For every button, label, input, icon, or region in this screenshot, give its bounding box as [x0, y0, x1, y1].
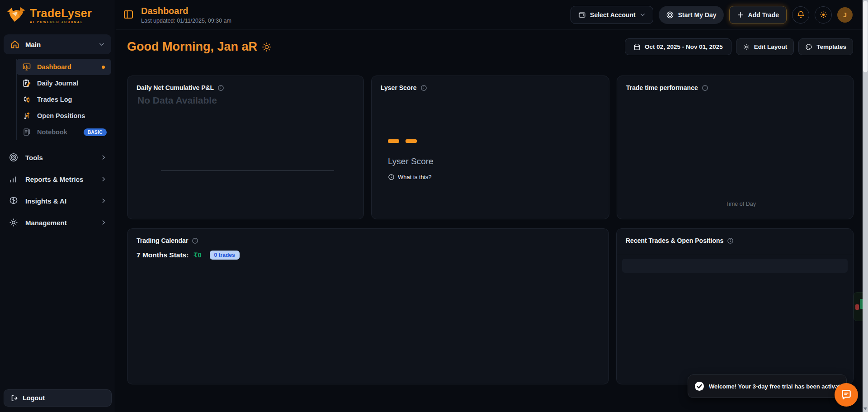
info-icon[interactable]: [702, 85, 708, 91]
sidebar-item-label: Trades Log: [37, 96, 72, 103]
date-range-label: Oct 02, 2025 - Nov 01, 2025: [645, 43, 723, 50]
theme-toggle-button[interactable]: [815, 6, 832, 24]
candles-icon: [22, 95, 32, 104]
trades-count-badge[interactable]: 0 trades: [210, 251, 240, 260]
page-title: Dashboard: [141, 6, 231, 16]
info-icon: [388, 174, 395, 180]
scrollbar-thumb[interactable]: [863, 1, 868, 72]
middle-row: Daily Net Cumulative P&L No Data Availab…: [127, 76, 853, 219]
info-icon[interactable]: [192, 237, 198, 244]
logout-label: Logout: [23, 394, 45, 402]
card-title: Recent Trades & Open Positions: [626, 237, 723, 244]
bell-icon: [797, 10, 805, 19]
dashboard-icon: [22, 62, 32, 72]
add-trade-button[interactable]: Add Trade: [729, 6, 787, 24]
sidebar-item-notebook[interactable]: NotebookBASIC: [16, 124, 111, 140]
info-icon[interactable]: [727, 237, 734, 244]
sidebar-item-label: Notebook: [37, 128, 67, 136]
gear-icon: [8, 217, 19, 228]
no-data-text: No Data Available: [137, 95, 217, 106]
what-is-this-link[interactable]: What is this?: [388, 174, 434, 180]
start-my-day-button[interactable]: Start My Day: [659, 6, 724, 24]
notebook-icon: [22, 127, 32, 137]
sidebar-item-daily-journal[interactable]: Daily Journal: [16, 75, 111, 91]
sidebar-collapse-icon[interactable]: [123, 9, 135, 21]
page-scrollbar[interactable]: [863, 0, 868, 412]
logo-tagline: AI POWERED JOURNAL: [30, 20, 92, 24]
sidebar-group-reports-metrics[interactable]: Reports & Metrics: [0, 168, 115, 190]
wallet-icon: [578, 11, 586, 19]
card-title: Trade time performance: [626, 84, 698, 91]
sidebar-item-trades-log[interactable]: Trades Log: [16, 91, 111, 108]
logout-button[interactable]: Logout: [4, 389, 112, 407]
app-root: TradeLyser AI POWERED JOURNAL Main Dashb…: [0, 0, 868, 412]
edit-layout-button[interactable]: Edit Layout: [736, 38, 794, 55]
trading-calendar-card: Trading Calendar 7 Months Stats: ₹0 0 tr…: [127, 228, 609, 384]
active-dot: [102, 66, 105, 69]
swap-arrows-icon: [22, 111, 32, 121]
x-axis-line: [161, 170, 334, 171]
templates-label: Templates: [816, 43, 846, 50]
months-stats-label: 7 Months Stats:: [137, 251, 189, 259]
chat-support-button[interactable]: [835, 383, 858, 407]
info-icon[interactable]: [217, 85, 224, 91]
info-icon[interactable]: [420, 85, 427, 91]
market-widget-tab[interactable]: [854, 292, 863, 321]
user-avatar[interactable]: J: [837, 7, 853, 23]
what-is-this-label: What is this?: [398, 174, 431, 180]
recent-tabs: [617, 244, 853, 254]
sidebar-item-open-positions[interactable]: Open Positions: [16, 108, 111, 124]
templates-button[interactable]: Templates: [798, 38, 853, 55]
chevron-down-icon: [640, 12, 646, 18]
logo: TradeLyser AI POWERED JOURNAL: [0, 0, 115, 29]
sidebar-group-insights-ai[interactable]: Insights & AI: [0, 190, 115, 212]
lyser-score-label: Lyser Score: [388, 156, 434, 166]
calendar-stats-row: 7 Months Stats: ₹0 0 trades: [127, 244, 609, 260]
greeting-actions: Oct 02, 2025 - Nov 01, 2025 Edit Layout …: [625, 38, 853, 55]
trial-toast: Welcome! Your 3-day free trial has been …: [688, 374, 847, 398]
scrollbar-down-arrow[interactable]: [863, 407, 867, 410]
sun-greeting-icon: [262, 42, 272, 52]
check-circle-icon: [694, 381, 704, 391]
bull-logo-icon: [6, 6, 26, 24]
select-account-button[interactable]: Select Account: [571, 6, 653, 24]
bar-chart-icon: [8, 174, 19, 185]
home-icon: [10, 39, 20, 49]
sidebar-item-label: Daily Journal: [37, 80, 78, 87]
sidebar-group-label: Reports & Metrics: [25, 175, 94, 183]
greeting: Good Morning, Jan aR: [127, 40, 272, 54]
lyser-score-card: Lyser Score Lyser Score What is this?: [371, 76, 609, 219]
edit-layout-label: Edit Layout: [754, 43, 788, 50]
notifications-button[interactable]: [792, 6, 809, 24]
chevron-down-icon: [99, 41, 105, 47]
sidebar-group-tools[interactable]: Tools: [0, 147, 115, 168]
logo-text: TradeLyser AI POWERED JOURNAL: [30, 8, 92, 24]
avatar-initial: J: [843, 11, 847, 19]
calendar-icon: [633, 43, 641, 51]
sidebar: TradeLyser AI POWERED JOURNAL Main Dashb…: [0, 0, 115, 412]
start-my-day-label: Start My Day: [678, 11, 717, 19]
lyser-score-summary: Lyser Score What is this?: [388, 139, 434, 180]
card-title: Lyser Score: [381, 84, 417, 91]
sidebar-group-label: Tools: [25, 154, 94, 161]
chevron-right-icon: [100, 198, 107, 204]
sidebar-nav: DashboardDaily JournalTrades LogOpen Pos…: [16, 59, 115, 140]
red-candle-icon: [855, 304, 859, 310]
card-title: Daily Net Cumulative P&L: [137, 84, 214, 91]
sidebar-item-dashboard[interactable]: Dashboard: [16, 59, 111, 75]
sidebar-section-main[interactable]: Main: [4, 34, 111, 54]
chevron-right-icon: [100, 219, 107, 226]
journal-icon: [22, 78, 32, 88]
calendar-months: [127, 260, 609, 266]
sidebar-groups: ToolsReports & MetricsInsights & AIManag…: [0, 147, 115, 233]
date-range-button[interactable]: Oct 02, 2025 - Nov 01, 2025: [625, 38, 731, 55]
card-title: Trading Calendar: [137, 237, 188, 244]
sidebar-group-label: Insights & AI: [25, 197, 94, 205]
sidebar-group-management[interactable]: Management: [0, 212, 115, 233]
daily-net-cumulative-pnl-card: Daily Net Cumulative P&L No Data Availab…: [127, 76, 364, 219]
sidebar-item-label: Dashboard: [37, 63, 71, 71]
logout-icon: [10, 394, 18, 402]
greeting-row: Good Morning, Jan aR Oct 02, 2025 - Nov …: [127, 38, 853, 55]
target-icon: [666, 11, 674, 19]
palette-icon: [805, 43, 812, 51]
